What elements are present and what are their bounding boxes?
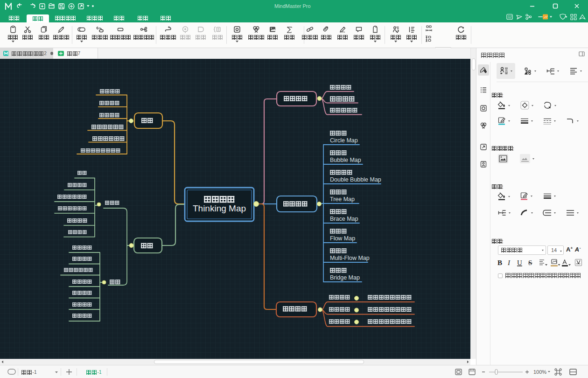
svg-text:Double Bubble Map: Double Bubble Map <box>330 176 381 183</box>
svg-text:Thinking Map: Thinking Map <box>193 203 246 213</box>
svg-text:Circle Map: Circle Map <box>330 137 358 144</box>
svg-text:B: B <box>497 259 502 266</box>
svg-text:100%: 100% <box>533 369 546 375</box>
svg-text:I: I <box>507 259 511 266</box>
svg-text:Flow Map: Flow Map <box>330 235 355 242</box>
svg-text:Tree Map: Tree Map <box>330 196 355 203</box>
svg-text:U: U <box>517 259 522 266</box>
svg-text:S: S <box>528 259 532 266</box>
svg-text:Multi-Flow Map: Multi-Flow Map <box>330 255 370 261</box>
svg-text:Bridge Map: Bridge Map <box>330 274 360 281</box>
svg-text:Bubble Map: Bubble Map <box>330 157 361 163</box>
svg-text:Brace Map: Brace Map <box>330 216 358 222</box>
